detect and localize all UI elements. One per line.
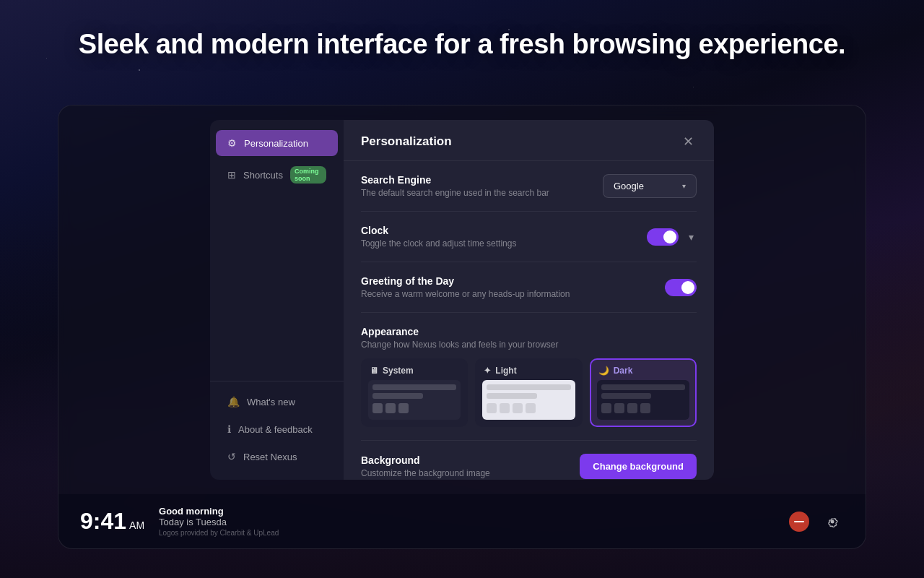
preview-dot xyxy=(372,403,383,413)
preview-dot xyxy=(513,403,523,413)
panel-body: Search Engine The default search engine … xyxy=(344,161,714,480)
setting-row-top: Search Engine The default search engine … xyxy=(361,174,697,198)
sidebar-shortcuts-label: Shortcuts xyxy=(243,170,283,181)
coming-soon-badge: Coming soon xyxy=(290,166,326,184)
preview-dot xyxy=(398,403,409,413)
card-system-header: 🖥 System xyxy=(362,360,466,380)
sidebar-item-whats-new[interactable]: 🔔 What's new xyxy=(216,389,338,415)
preview-dots xyxy=(487,403,570,413)
greeting-credit: Logos provided by Clearbit & UpLead xyxy=(159,529,279,537)
reset-nexus-label: Reset Nexus xyxy=(243,452,297,462)
setting-row-top-clock: Clock Toggle the clock and adjust time s… xyxy=(361,225,697,249)
sidebar-footer: 🔔 What's new ℹ About & feedback ↺ Reset … xyxy=(210,381,344,471)
dialog-region: ⚙ Personalization ⊞ Shortcuts Coming soo… xyxy=(210,120,714,480)
preview-dot xyxy=(385,403,396,413)
preview-dot xyxy=(500,403,510,413)
setting-row-search-engine: Search Engine The default search engine … xyxy=(361,161,697,212)
clock-label: Clock xyxy=(361,225,516,236)
toggle-knob xyxy=(663,230,676,243)
clock-time: 9:41 xyxy=(80,508,126,535)
sidebar-personalization-label: Personalization xyxy=(244,138,308,149)
preview-dot xyxy=(526,403,536,413)
greeting-toggle[interactable] xyxy=(665,279,697,296)
preview-dot xyxy=(487,403,497,413)
reset-icon: ↺ xyxy=(227,451,236,462)
clock-expand-button[interactable]: ▾ xyxy=(686,228,697,246)
preview-dots xyxy=(372,403,456,413)
dark-card-preview xyxy=(597,380,689,420)
preview-bar-2 xyxy=(601,393,652,399)
sidebar: ⚙ Personalization ⊞ Shortcuts Coming soo… xyxy=(210,120,344,480)
sidebar-item-personalization[interactable]: ⚙ Personalization xyxy=(216,130,338,156)
close-button[interactable]: ✕ xyxy=(679,133,697,150)
settings-panel: Personalization ✕ Search Engine The defa… xyxy=(344,120,714,480)
setting-info-background: Background Customize the background imag… xyxy=(361,454,490,478)
whats-new-icon: 🔔 xyxy=(227,396,240,407)
clock-area: 9:41 AM xyxy=(80,508,144,535)
setting-row-greeting: Greeting of the Day Receive a warm welco… xyxy=(361,262,697,313)
panel-header: Personalization ✕ xyxy=(344,120,714,161)
sidebar-item-about-feedback[interactable]: ℹ About & feedback xyxy=(216,416,338,442)
clock-ampm: AM xyxy=(129,519,144,531)
search-engine-label: Search Engine xyxy=(361,174,549,186)
setting-row-background: Background Customize the background imag… xyxy=(361,441,697,480)
preview-dot xyxy=(614,403,624,413)
background-label: Background xyxy=(361,454,490,466)
whats-new-label: What's new xyxy=(247,397,295,407)
setting-info-greeting: Greeting of the Day Receive a warm welco… xyxy=(361,275,570,299)
change-background-button[interactable]: Change background xyxy=(580,454,697,479)
greeting-label: Greeting of the Day xyxy=(361,275,570,287)
dark-card-label: Dark xyxy=(614,366,633,376)
gear-icon xyxy=(826,515,839,528)
appearance-card-light[interactable]: ✦ Light xyxy=(475,358,582,427)
preview-dot xyxy=(627,403,637,413)
preview-bar-2 xyxy=(487,393,537,399)
chevron-down-icon: ▾ xyxy=(682,182,686,190)
background-desc: Customize the background image xyxy=(361,468,490,478)
preview-dots xyxy=(601,403,685,413)
toggle-knob-greeting xyxy=(681,281,694,294)
setting-info-clock: Clock Toggle the clock and adjust time s… xyxy=(361,225,516,249)
settings-gear-button[interactable] xyxy=(821,510,844,533)
greeting-today: Today is Tuesda xyxy=(159,517,279,527)
system-card-label: System xyxy=(383,366,414,376)
preview-bar-2 xyxy=(372,393,423,399)
light-card-preview xyxy=(482,380,575,420)
bottom-icons xyxy=(789,510,844,533)
greeting-area: Good morning Today is Tuesda Logos provi… xyxy=(159,506,279,537)
appearance-card-system[interactable]: 🖥 System xyxy=(361,358,468,427)
card-light-header: ✦ Light xyxy=(476,360,580,380)
appearance-cards: 🖥 System xyxy=(361,358,697,427)
greeting-text: Good morning xyxy=(159,506,279,517)
about-icon: ℹ xyxy=(227,423,231,435)
page-headline: Sleek and modern interface for a fresh b… xyxy=(0,29,924,60)
setting-info-appearance: Appearance Change how Nexus looks and fe… xyxy=(361,326,697,350)
shortcuts-icon: ⊞ xyxy=(227,169,236,181)
clock-controls: ▾ xyxy=(647,228,697,246)
greeting-desc: Receive a warm welcome or any heads-up i… xyxy=(361,289,570,299)
sidebar-item-reset-nexus[interactable]: ↺ Reset Nexus xyxy=(216,444,338,470)
main-card: ⚙ Personalization ⊞ Shortcuts Coming soo… xyxy=(58,105,866,549)
preview-dot xyxy=(640,403,650,413)
personalization-icon: ⚙ xyxy=(227,137,237,149)
preview-bar-1 xyxy=(601,384,685,390)
panel-title: Personalization xyxy=(361,134,452,149)
sidebar-item-shortcuts[interactable]: ⊞ Shortcuts Coming soon xyxy=(216,159,338,191)
setting-info-search: Search Engine The default search engine … xyxy=(361,174,549,198)
preview-bar-1 xyxy=(372,384,456,390)
about-feedback-label: About & feedback xyxy=(238,424,313,435)
setting-row-top-greeting: Greeting of the Day Receive a warm welco… xyxy=(361,275,697,299)
system-card-preview xyxy=(368,380,461,420)
appearance-label: Appearance xyxy=(361,326,697,337)
system-card-icon: 🖥 xyxy=(370,366,378,376)
dark-card-icon: 🌙 xyxy=(598,366,609,376)
do-not-disturb-button[interactable] xyxy=(789,512,809,532)
clock-toggle[interactable] xyxy=(647,228,679,246)
search-engine-dropdown[interactable]: Google ▾ xyxy=(603,174,697,198)
appearance-card-dark[interactable]: 🌙 Dark xyxy=(590,358,697,427)
setting-row-top-background: Background Customize the background imag… xyxy=(361,454,697,479)
dnd-icon xyxy=(794,521,804,522)
light-card-label: Light xyxy=(495,366,516,376)
card-dark-header: 🌙 Dark xyxy=(591,360,695,380)
setting-row-clock: Clock Toggle the clock and adjust time s… xyxy=(361,212,697,262)
